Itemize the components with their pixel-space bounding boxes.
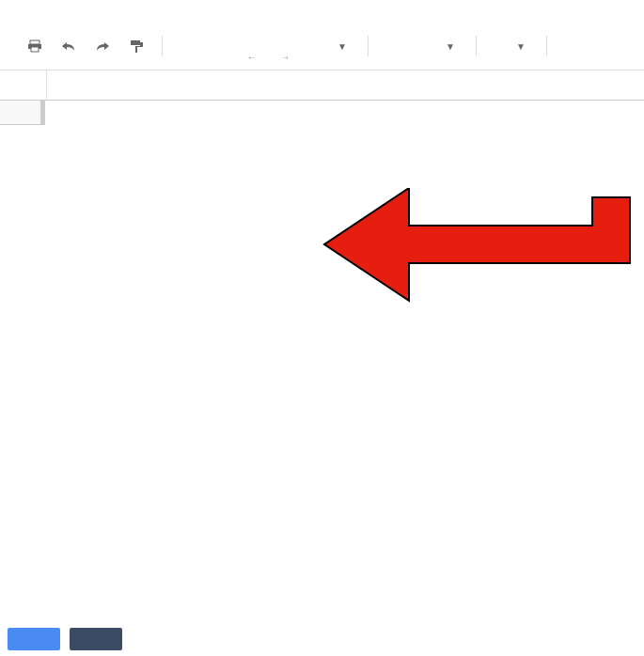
separator bbox=[546, 36, 547, 56]
fx-label bbox=[0, 70, 47, 100]
svg-rect-2 bbox=[31, 47, 39, 52]
currency-button[interactable] bbox=[174, 32, 202, 60]
decrease-decimal-button[interactable]: ← bbox=[242, 32, 270, 60]
column-headers bbox=[0, 101, 644, 125]
undo-icon[interactable] bbox=[55, 32, 83, 60]
percent-button[interactable] bbox=[208, 32, 236, 60]
redo-icon[interactable] bbox=[88, 32, 117, 60]
increase-decimal-button[interactable]: → bbox=[275, 32, 304, 60]
select-all-corner[interactable] bbox=[0, 101, 41, 125]
separator bbox=[162, 36, 163, 56]
chevron-down-icon: ▼ bbox=[446, 41, 455, 52]
separator bbox=[368, 36, 369, 56]
bottom-bar bbox=[0, 622, 644, 656]
font-size-dropdown[interactable]: ▼ bbox=[488, 38, 535, 55]
font-family-dropdown[interactable]: ▼ bbox=[380, 38, 464, 55]
toolbar: ← → ▼ ▼ ▼ bbox=[0, 26, 644, 70]
svg-rect-0 bbox=[30, 40, 39, 44]
formula-bar bbox=[0, 70, 644, 101]
bottom-button-blue[interactable] bbox=[8, 628, 60, 650]
svg-rect-3 bbox=[131, 40, 140, 45]
annotation-arrow bbox=[320, 188, 639, 320]
separator bbox=[476, 36, 477, 56]
menu-bar bbox=[0, 9, 644, 26]
print-icon[interactable] bbox=[21, 32, 49, 60]
col-header-d[interactable] bbox=[44, 101, 45, 125]
chevron-down-icon: ▼ bbox=[516, 41, 526, 52]
bottom-button-dark[interactable] bbox=[70, 628, 122, 650]
paint-format-icon[interactable] bbox=[122, 32, 150, 60]
document-title bbox=[0, 0, 644, 9]
chevron-down-icon: ▼ bbox=[338, 41, 347, 52]
more-formats-dropdown[interactable]: ▼ bbox=[309, 38, 356, 55]
spreadsheet bbox=[0, 101, 644, 125]
